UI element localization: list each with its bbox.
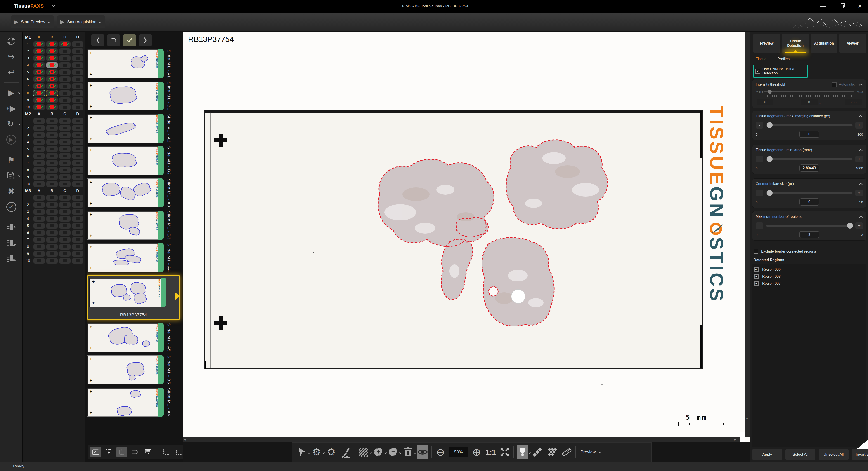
well-cell-empty[interactable] (59, 62, 70, 68)
horizontal-scrollbar[interactable]: ◂ ▸ (183, 437, 745, 442)
well-cell-empty[interactable] (33, 125, 45, 131)
well-cell-empty[interactable] (59, 90, 70, 96)
intensity-slider-handle[interactable] (768, 90, 772, 94)
well-cell-empty[interactable] (72, 104, 84, 110)
slide-thumbnail[interactable]: ++TISSUEGNOSTICSSlide M1 - B5 (87, 355, 180, 384)
slider-track[interactable] (766, 225, 852, 227)
region-select-icon[interactable] (103, 447, 114, 458)
list-clear-icon[interactable] (3, 253, 20, 265)
exclude-border-checkbox[interactable] (753, 249, 758, 254)
well-cell-empty[interactable] (59, 153, 70, 159)
expand-chevron-icon[interactable] (308, 452, 310, 454)
well-cell-empty[interactable] (72, 195, 84, 201)
slider-handle[interactable] (767, 156, 773, 162)
scroll-right-icon[interactable]: ▸ (734, 437, 736, 441)
slide-thumbnail[interactable]: ++TISSUEGNOSTICSSlide M1 - A6 (87, 388, 180, 416)
increment-button[interactable]: + (855, 156, 863, 162)
expand-chevron-icon[interactable] (384, 452, 387, 454)
hatch-region-icon[interactable] (358, 445, 370, 459)
well-cell-empty[interactable] (72, 174, 84, 180)
detected-region-row[interactable]: ✓Region 007 (754, 280, 866, 287)
well-cell-empty[interactable] (46, 181, 58, 187)
well-cell-empty[interactable] (72, 118, 84, 124)
dropdown-chevron-icon[interactable] (598, 451, 601, 453)
diamond-adjust-icon[interactable] (531, 445, 543, 459)
well-cell-empty[interactable] (46, 146, 58, 152)
minimize-icon[interactable] (820, 6, 826, 7)
well-cell-empty[interactable] (72, 160, 84, 166)
well-cell-empty[interactable] (46, 160, 58, 166)
intensity-min-input[interactable]: 0 (757, 99, 773, 105)
tab-tissue-detection[interactable]: Tissue Detection (782, 34, 809, 53)
confirm-slide-icon[interactable] (123, 34, 136, 46)
well-cell-empty[interactable] (59, 258, 70, 264)
well-cell-filled[interactable]: ✓✓ (33, 41, 45, 47)
well-cell-empty[interactable] (33, 258, 45, 264)
increment-button[interactable]: + (855, 222, 863, 229)
exclude-border-option[interactable]: Exclude border connected regions (753, 249, 816, 254)
expand-chevron-icon[interactable] (370, 452, 372, 454)
well-cell-filled[interactable]: ✓✓ (46, 104, 58, 110)
well-cell-empty[interactable] (72, 97, 84, 103)
well-cell-empty[interactable] (59, 244, 70, 249)
jump-forward-icon[interactable]: ↪ (3, 51, 20, 63)
well-cell-empty[interactable] (46, 174, 58, 180)
subtab-tissue[interactable]: Tissue (750, 55, 772, 63)
well-cell-empty[interactable] (46, 139, 58, 145)
well-cell-empty[interactable] (72, 244, 84, 249)
well-cell-empty[interactable] (72, 251, 84, 257)
start-preview-button[interactable]: ▶Start Preview (11, 15, 54, 29)
comment-icon[interactable] (143, 447, 154, 458)
value-input[interactable]: 2.80443 (800, 164, 819, 172)
well-cell-empty[interactable] (72, 83, 84, 89)
intensity-spinner[interactable]: ▴▾ (819, 100, 821, 104)
start-acquisition-button[interactable]: ▶Start Acquisition (57, 15, 105, 29)
automatic-checkbox[interactable] (832, 82, 837, 87)
well-cell-filled[interactable]: ✓✓ (33, 104, 45, 110)
well-cell-filled-yellow[interactable]: ✓✓ (46, 90, 58, 96)
gear-delete-icon[interactable]: ⚙✖ (326, 445, 337, 459)
zoom-in-icon[interactable]: ⊕ (471, 445, 483, 459)
well-cell-empty[interactable] (59, 125, 70, 131)
slider-track[interactable] (766, 124, 852, 126)
well-cell-empty[interactable] (59, 251, 70, 257)
actual-size-button[interactable]: 1:1 (486, 448, 496, 457)
well-cell-filled[interactable]: ✓✓ (46, 41, 58, 47)
well-cell-filled[interactable]: ✓✓ (46, 48, 58, 54)
measure-ruler-icon[interactable] (561, 445, 572, 459)
well-cell-empty[interactable] (59, 167, 70, 173)
well-cell-empty[interactable] (46, 223, 58, 229)
well-cell-empty[interactable] (33, 251, 45, 257)
slide-thumbnail[interactable]: ++TISSUEGNOSTICSSlide M1 - A5 (87, 323, 180, 352)
roi-gear-icon[interactable]: ⚙ (311, 445, 322, 459)
cursor-icon[interactable] (296, 445, 308, 459)
well-cell-filled[interactable]: ✓✓ (33, 62, 45, 68)
well-cell-empty[interactable] (46, 251, 58, 257)
invert-selecti-button[interactable]: Invert Selecti (852, 449, 868, 460)
well-cell-empty[interactable] (72, 258, 84, 264)
shapes-outline-list-icon[interactable] (160, 447, 171, 458)
region-add-icon[interactable] (373, 445, 384, 459)
well-cell-empty[interactable] (59, 209, 70, 214)
crop-frame-icon[interactable] (117, 447, 127, 458)
collapse-icon[interactable] (859, 215, 863, 218)
decrement-button[interactable]: - (756, 156, 763, 162)
intensity-value-input[interactable]: 10 (801, 99, 818, 105)
well-cell-empty[interactable] (72, 132, 84, 138)
well-cell-empty[interactable] (33, 139, 45, 145)
slide-thumbnail[interactable]: ++TISSUEGNOSTICSSlide M1 - A2 (87, 114, 180, 143)
well-cell-empty[interactable] (72, 223, 84, 229)
well-cell-empty[interactable] (33, 237, 45, 243)
collapse-icon[interactable] (859, 83, 863, 86)
expand-chevron-icon[interactable] (18, 175, 20, 177)
well-cell-outline[interactable]: ✓✓ (33, 76, 45, 82)
well-cell-empty[interactable] (46, 153, 58, 159)
well-cell-empty[interactable] (46, 118, 58, 124)
well-cell-filled[interactable]: ✓✓ (33, 97, 45, 103)
well-cell-empty[interactable] (46, 258, 58, 264)
well-cell-empty[interactable] (72, 209, 84, 214)
increment-button[interactable]: + (855, 122, 863, 129)
slider-handle[interactable] (847, 223, 853, 229)
slide-thumbnail[interactable]: ++TISSUEGNOSTICSSlide M1 - A1 (87, 49, 180, 78)
slide-thumbnail[interactable]: ++TISSUEGNOSTICSSlide M1 - B1 (87, 81, 180, 110)
